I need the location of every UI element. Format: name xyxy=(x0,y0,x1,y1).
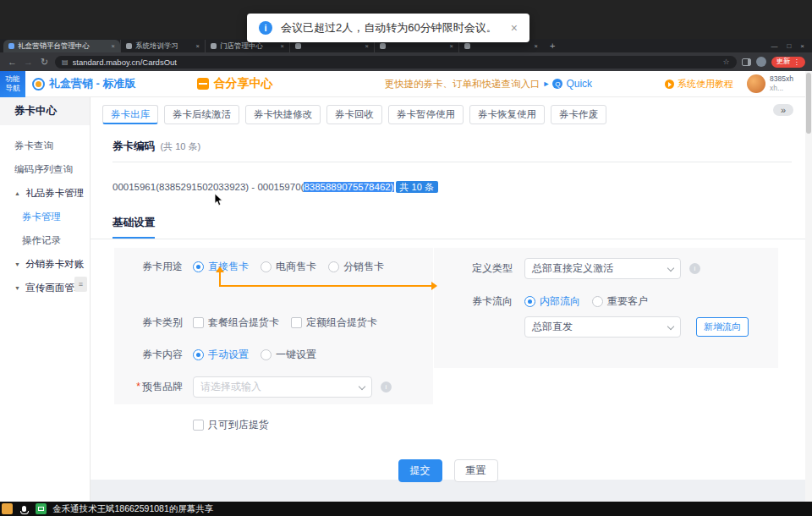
sidebar-item-card-query[interactable]: 券卡查询 xyxy=(0,134,90,157)
tab-card-follow-activation[interactable]: 券卡后续激活 xyxy=(164,105,239,124)
radio-option-distribution-sale[interactable]: 分销售卡 xyxy=(328,260,384,274)
main-content: 券卡出库 券卡后续激活 券卡快捷修改 券卡回收 券卡暂停使用 券卡恢复使用 券卡… xyxy=(91,97,812,502)
radio-option-manual-setup[interactable]: 手动设置 xyxy=(193,348,249,362)
option-label: 内部流向 xyxy=(540,294,580,309)
tutorial-label: 系统使用教程 xyxy=(678,78,733,91)
codes-header: 券卡编码 (共 10 条) xyxy=(112,140,792,162)
tab-favicon-icon xyxy=(295,43,301,49)
tab-close-icon[interactable]: × xyxy=(450,42,453,50)
flow-select[interactable]: 总部直发 xyxy=(524,316,681,338)
brand-logo-icon xyxy=(32,78,45,91)
share-user-avatar xyxy=(2,503,13,514)
tab-card-void[interactable]: 券卡作废 xyxy=(551,105,606,124)
brand-select[interactable]: 请选择或输入 xyxy=(193,376,372,398)
sidebar: 券卡中心 券卡查询 编码序列查询 ▲ 礼品券卡管理 券卡管理 操作记录 xyxy=(0,97,91,502)
radio-option-ecommerce-sale[interactable]: 电商售卡 xyxy=(261,260,316,274)
toast-close-icon[interactable]: × xyxy=(511,21,518,35)
browser-address-bar-row: ← → ↻ ▤ standard.maboy.cn/CardsOut ☆ 更新 … xyxy=(0,52,812,71)
browser-tab[interactable]: 系统培训学习 × xyxy=(120,40,205,52)
address-bar[interactable]: ▤ standard.maboy.cn/CardsOut ☆ xyxy=(55,56,737,69)
app-body: 券卡中心 券卡查询 编码序列查询 ▲ 礼品券卡管理 券卡管理 操作记录 xyxy=(0,97,812,502)
sidebar-item-code-sequence-query[interactable]: 编码序列查询 xyxy=(0,157,90,181)
tab-card-recycle[interactable]: 券卡回收 xyxy=(326,105,382,124)
radio-option-internal-flow[interactable]: 内部流向 xyxy=(524,294,580,309)
radio-option-important-customer[interactable]: 重要客户 xyxy=(592,294,648,309)
share-center-link[interactable]: 合分享中心 xyxy=(197,76,273,91)
chrome-update-button[interactable]: 更新 ⋮ xyxy=(771,57,806,68)
screen-share-bar[interactable]: 金禾通技术王斌18662591081的屏幕共享 xyxy=(0,502,812,516)
panel-collapse-button[interactable]: » xyxy=(773,104,793,116)
submit-button[interactable]: 提交 xyxy=(398,459,442,482)
option-label: 分销售卡 xyxy=(343,260,384,274)
form-panel-left: 券卡用途 直接售卡 电商售卡 xyxy=(114,248,433,404)
info-icon[interactable]: i xyxy=(381,382,392,392)
brand-label-text: 预售品牌 xyxy=(142,381,183,392)
tab-close-icon[interactable]: × xyxy=(196,42,200,50)
function-nav-button[interactable]: 功能 导航 xyxy=(0,71,25,97)
radio-option-one-click-setup[interactable]: 一键设置 xyxy=(261,348,316,362)
add-flow-button[interactable]: 新增流向 xyxy=(696,317,749,337)
window-close-button[interactable]: × xyxy=(800,42,804,50)
tab-card-suspend[interactable]: 券卡暂停使用 xyxy=(388,105,464,124)
define-type-select[interactable]: 总部直接定义激活 xyxy=(524,258,681,279)
annotation-arrowhead-right xyxy=(431,282,437,290)
tab-favicon-icon xyxy=(464,43,470,49)
page-scrollbar xyxy=(805,71,812,502)
window-minimize-button[interactable]: — xyxy=(771,42,777,50)
browser-tab[interactable]: 礼盒营销平台管理中心 × xyxy=(3,40,120,52)
codes-count: (共 10 条) xyxy=(160,141,200,151)
tab-close-icon[interactable]: × xyxy=(365,42,369,50)
scrollbar-thumb[interactable] xyxy=(806,73,811,134)
radio-icon xyxy=(261,349,272,360)
quick-entry-text: 更快捷的券卡、订单和快递查询入口 xyxy=(385,78,540,91)
screen: i 会议已超过2人，自动转为60分钟限时会议。 × 礼盒营销平台管理中心 × 系… xyxy=(0,0,812,516)
window-maximize-button[interactable]: □ xyxy=(787,42,791,50)
user-name: 8385xh xyxy=(770,74,793,84)
forward-icon[interactable]: → xyxy=(23,57,34,67)
new-tab-button[interactable]: + xyxy=(543,41,562,51)
side-panel-icon[interactable] xyxy=(742,58,751,66)
checkbox-option-combo-pickup-card[interactable]: 套餐组合提货卡 xyxy=(193,316,279,330)
brand-label: *预售品牌 xyxy=(114,380,193,394)
tab-card-resume[interactable]: 券卡恢复使用 xyxy=(469,105,545,124)
option-label: 电商售卡 xyxy=(276,260,316,274)
sidebar-item-operation-records[interactable]: 操作记录 xyxy=(0,228,90,252)
annotation-arrow-horizontal xyxy=(219,285,431,287)
toast-message: 会议已超过2人，自动转为60分钟限时会议。 xyxy=(281,20,497,36)
reset-button[interactable]: 重置 xyxy=(454,459,498,482)
quick-link[interactable]: Q Quick xyxy=(552,78,592,90)
checkbox-option-fixed-combo-pickup-card[interactable]: 定额组合提货卡 xyxy=(291,316,377,330)
user-names: 8385xh xh... xyxy=(770,74,793,93)
reload-icon[interactable]: ↻ xyxy=(39,57,50,68)
tab-close-icon[interactable]: × xyxy=(535,42,538,50)
bookmark-star-icon[interactable]: ☆ xyxy=(722,58,729,66)
user-menu[interactable]: 8385xh xh... xyxy=(747,74,793,93)
sidebar-group-gift-card-management[interactable]: ▲ 礼品券卡管理 xyxy=(0,181,90,205)
sidebar-item-card-management[interactable]: 券卡管理 xyxy=(0,205,90,228)
more-menu-icon[interactable]: ⋮ xyxy=(793,58,801,66)
share-center-label: 合分享中心 xyxy=(214,76,273,91)
option-label: 一键设置 xyxy=(276,348,316,362)
annotation-arrowhead-up xyxy=(216,266,224,272)
define-type-value: 总部直接定义激活 xyxy=(532,261,613,276)
tab-label: 礼盒营销平台管理中心 xyxy=(18,41,108,52)
tutorial-link[interactable]: 系统使用教程 xyxy=(665,78,733,91)
tab-card-outbound[interactable]: 券卡出库 xyxy=(102,105,158,124)
back-icon[interactable]: ← xyxy=(7,57,18,67)
tab-label: 系统培训学习 xyxy=(135,41,193,52)
tab-close-icon[interactable]: × xyxy=(112,42,115,50)
required-mark: * xyxy=(136,381,140,392)
content-label: 券卡内容 xyxy=(114,348,193,362)
url-text: standard.maboy.cn/CardsOut xyxy=(73,58,719,67)
info-icon[interactable]: i xyxy=(689,263,700,274)
meeting-toast: i 会议已超过2人，自动转为60分钟限时会议。 × xyxy=(247,14,529,42)
triangle-down-icon: ▼ xyxy=(14,261,20,267)
sidebar-group-distribution-reconciliation[interactable]: ▼ 分销券卡对账 xyxy=(0,252,90,276)
pointer-icon: ► xyxy=(543,80,551,88)
browser-profile-avatar[interactable] xyxy=(756,57,766,67)
checkbox-option-store-pickup-only[interactable]: 只可到店提货 xyxy=(193,418,269,432)
form-row-flow: 券卡流向 内部流向 重要客户 xyxy=(434,291,778,311)
sidebar-collapse-button[interactable]: ≡ xyxy=(74,277,87,292)
tab-card-quick-edit[interactable]: 券卡快捷修改 xyxy=(245,105,321,124)
tab-close-icon[interactable]: × xyxy=(281,42,284,50)
